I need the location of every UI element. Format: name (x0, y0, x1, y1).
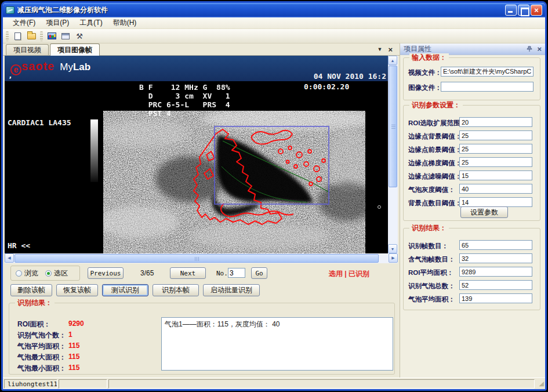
menu-file[interactable]: 文件(F) (8, 17, 41, 29)
bubble-count-value: 1 (68, 331, 72, 339)
tab-dropdown-icon[interactable]: ▼ (377, 47, 382, 52)
frame-results-group: 识别结果： ROI面积： 9290 识别气泡个数： 1 气泡平均面积： 115 … (9, 303, 395, 375)
hr-label: HR << (8, 241, 30, 250)
bubble-frames-value[interactable] (459, 253, 532, 263)
scan-timecode: 0:00:02.20 (304, 82, 349, 91)
edge-bg-threshold-label: 边缘点背景阈值： (408, 132, 462, 141)
recognition-results-title: 识别结果： (409, 224, 449, 232)
status-panel (108, 379, 535, 389)
tab-project-video[interactable]: 项目视频 (6, 44, 49, 55)
horizontal-scroll-thumb[interactable] (14, 254, 379, 263)
scroll-down-icon[interactable]: ▼ (388, 244, 397, 253)
tab-project-frames[interactable]: 项目图像帧 (50, 43, 100, 56)
project-window-icon (61, 33, 70, 39)
bubble-gray-threshold-label: 气泡灰度阈值： (408, 186, 455, 194)
total-bubbles-value[interactable] (459, 280, 532, 290)
recognized-frames-value[interactable] (459, 240, 532, 250)
scroll-left-icon[interactable]: ◀ (5, 253, 14, 263)
open-folder-icon (27, 33, 36, 39)
main-area: 项目视频 项目图像帧 ▼ × esaoteMyLab (3, 43, 545, 378)
menu-project[interactable]: 项目(P) (41, 17, 74, 29)
scroll-right-icon[interactable]: ▶ (389, 253, 398, 263)
properties-panel: 项目属性 × 输入数据： 视频文件： 图像文件： 识别参数设置： ROI选取扩展… (400, 43, 545, 378)
bubble-min-area-label: 气泡最小面积： (17, 364, 66, 373)
focus-marker (378, 205, 381, 209)
menu-help[interactable]: 帮助(H) (108, 17, 142, 29)
bubble-frames-label: 含气泡帧数目： (408, 255, 455, 264)
roi-expand-range-input[interactable] (459, 117, 532, 127)
restore-frame-button[interactable]: 恢复该帧 (56, 284, 98, 296)
project-window-button[interactable] (59, 30, 72, 42)
edge-denoise-threshold-input[interactable] (459, 170, 532, 180)
tab-strip: 项目视频 项目图像帧 ▼ × (3, 43, 400, 56)
horizontal-scrollbar[interactable]: ◀ ▶ (5, 253, 398, 263)
previous-frame-button[interactable]: Previous (88, 267, 124, 279)
test-recognition-button[interactable]: 测试识别 (102, 284, 148, 296)
roi-avg-area-value[interactable] (459, 267, 532, 277)
pin-icon[interactable] (527, 46, 532, 52)
resize-grip[interactable]: ◢ (536, 380, 544, 387)
bubble-avg-area-value: 115 (68, 342, 79, 350)
image-file-label: 图像文件： (408, 84, 442, 92)
edge-bg-threshold-input[interactable] (459, 130, 532, 140)
bubble-min-area-value: 115 (68, 364, 79, 372)
roi-area-value: 9290 (68, 320, 84, 328)
browse-radio[interactable] (16, 270, 22, 277)
tools-icon: ⚒ (76, 32, 83, 40)
recognition-log[interactable]: 气泡1——面积：115，灰度均值： 40 (161, 317, 393, 371)
recognize-frame-button[interactable]: 识别本帧 (153, 284, 199, 296)
bubble-max-area-label: 气泡最大面积： (17, 353, 66, 362)
app-window: 减压病气泡二维影像分析软件 × 文件(F) 项目(P) 工具(T) 帮助(H) … (1, 1, 547, 391)
next-frame-button[interactable]: Next (170, 267, 206, 279)
batch-recognition-button[interactable]: 启动批量识别 (203, 284, 260, 296)
select-region-radio[interactable] (45, 270, 52, 277)
frame-number-input[interactable] (228, 268, 245, 278)
video-file-input[interactable] (441, 67, 534, 77)
esaote-logo: esaoteMyLab (10, 60, 90, 75)
edge-denoise-threshold-label: 边缘点滤噪阈值： (408, 172, 462, 181)
grayscale-bar (90, 119, 98, 182)
bg-point-count-threshold-label: 背景点数目阈值： (408, 199, 462, 208)
delete-frame-button[interactable]: 删除该帧 (10, 284, 52, 296)
bubble-avg-area-panel-value[interactable] (459, 293, 532, 303)
video-frames-icon (48, 32, 56, 39)
menu-bar: 文件(F) 项目(P) 工具(T) 帮助(H) (3, 17, 545, 29)
tab-close-icon[interactable]: × (388, 46, 393, 53)
roi-area-label: ROI面积： (17, 320, 50, 329)
close-button[interactable]: × (531, 5, 542, 16)
recognized-frames-label: 识别帧数目： (408, 242, 448, 251)
status-panel (59, 379, 107, 389)
image-viewport: esaoteMyLab (5, 56, 398, 263)
status-user: liuhongtest11 (4, 379, 57, 389)
tools-button[interactable]: ⚒ (72, 30, 86, 42)
browse-radio-label[interactable]: 浏览 (24, 268, 38, 278)
maximize-button[interactable] (518, 5, 529, 16)
panel-close-icon[interactable]: × (537, 45, 542, 53)
scan-datetime: 04 NOV 2010 16:2 (314, 72, 386, 81)
recognition-params-title: 识别参数设置： (409, 101, 463, 109)
recognition-results-group: 识别结果： 识别帧数目： 含气泡帧数目： ROI平均面积： 识别气泡总数： 气泡… (403, 228, 540, 310)
select-region-radio-label[interactable]: 选区 (54, 268, 68, 278)
set-params-button[interactable]: 设置参数 (460, 206, 508, 218)
edge-gradient-threshold-input[interactable] (459, 157, 532, 167)
menu-tools[interactable]: 工具(T) (74, 17, 107, 29)
bubble-count-label: 识别气泡个数： (17, 331, 66, 340)
image-file-input[interactable] (441, 82, 534, 92)
go-button[interactable]: Go (251, 267, 267, 279)
tab-label: 项目视频 (13, 45, 41, 55)
vertical-scroll-thumb[interactable] (389, 66, 397, 187)
video-file-label: 视频文件： (408, 68, 442, 77)
minimize-button[interactable] (505, 5, 517, 16)
ultrasound-image[interactable]: esaoteMyLab (5, 56, 388, 253)
bg-point-count-threshold-input[interactable] (459, 197, 532, 207)
new-file-button[interactable] (10, 30, 24, 42)
input-data-group: 输入数据： 视频文件： 图像文件： (403, 57, 540, 100)
vertical-scrollbar[interactable]: ▲ ▼ (388, 56, 398, 253)
bubble-gray-threshold-input[interactable] (459, 184, 532, 194)
open-file-button[interactable] (24, 30, 38, 42)
edge-fg-threshold-input[interactable] (459, 144, 532, 154)
scan-parameters: B F 12 MHz G 88% D 3 cm XV 1 PRC 6-5-L P… (139, 83, 230, 118)
video-frames-button[interactable] (45, 30, 59, 42)
scroll-up-icon[interactable]: ▲ (388, 56, 397, 65)
status-bar: liuhongtest11 ◢ (3, 378, 545, 389)
